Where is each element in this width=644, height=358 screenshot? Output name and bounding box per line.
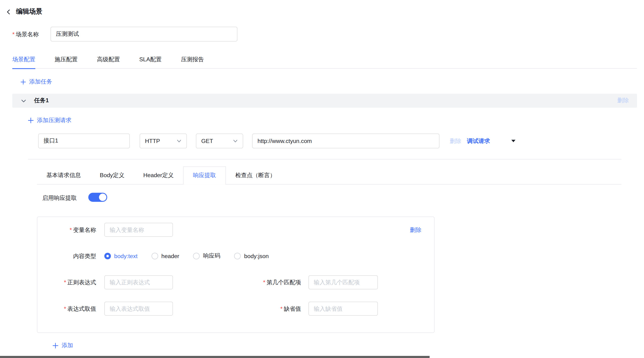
default-value-label-text: 缺省值 — [284, 305, 301, 312]
tab-checkpoint-assertion[interactable]: 检查点（断言） — [226, 166, 285, 184]
content-type-radio-group: body:text header 响应码 body:json — [104, 249, 269, 263]
task-header-bar: 任务1 删除 — [12, 94, 637, 108]
add-request-button[interactable]: 添加压测请求 — [28, 117, 71, 124]
page-header: 编辑场景 — [5, 8, 42, 16]
scale-wrapper: 编辑场景 *场景名称 场景配置 施压配置 高级配置 SLA配置 压测报告 添加任… — [0, 0, 644, 358]
request-delete-button[interactable]: 删除 — [450, 134, 461, 148]
expr-value-label: *表达式取值 — [38, 302, 96, 316]
content-type-label: 内容类型 — [38, 249, 96, 263]
radio-icon — [234, 253, 241, 259]
edit-scenario-page: 编辑场景 *场景名称 场景配置 施压配置 高级配置 SLA配置 压测报告 添加任… — [0, 0, 644, 358]
enable-extraction-label: 启用响应提取 — [42, 193, 77, 202]
radio-body-json[interactable]: body:json — [234, 253, 269, 259]
chevron-down-icon — [233, 139, 238, 143]
caret-down-icon[interactable] — [512, 140, 516, 142]
required-asterisk: * — [280, 305, 283, 312]
request-url-input[interactable] — [252, 134, 440, 148]
required-asterisk: * — [12, 31, 15, 38]
radio-icon — [104, 253, 111, 259]
default-value-label: *缺省值 — [242, 302, 301, 316]
add-extraction-label: 添加 — [62, 342, 73, 349]
tab-body-definition[interactable]: Body定义 — [90, 166, 134, 184]
plus-icon — [20, 79, 26, 85]
tab-header-definition[interactable]: Header定义 — [134, 166, 183, 184]
scenario-name-label: *场景名称 — [12, 27, 39, 42]
tab-test-report[interactable]: 压测报告 — [181, 52, 204, 69]
extraction-delete-button[interactable]: 删除 — [410, 226, 422, 234]
task-delete-button[interactable]: 删除 — [617, 97, 629, 105]
radio-label: body:json — [244, 253, 269, 259]
required-asterisk: * — [70, 226, 72, 233]
scenario-name-label-text: 场景名称 — [16, 31, 39, 38]
expr-value-input[interactable] — [104, 302, 173, 316]
radio-body-text[interactable]: body:text — [104, 253, 138, 259]
protocol-select[interactable]: HTTP — [140, 134, 187, 148]
regex-label: *正则表达式 — [38, 275, 96, 289]
add-request-label: 添加压测请求 — [37, 117, 72, 124]
radio-icon — [152, 253, 158, 259]
extraction-rule-card: 删除 *变量名称 内容类型 body:text header 响应码 body:… — [37, 217, 434, 333]
debug-request-button[interactable]: 调试请求 — [467, 134, 490, 148]
radio-icon — [193, 253, 200, 259]
required-asterisk: * — [64, 279, 66, 286]
radio-header[interactable]: header — [152, 253, 179, 259]
radio-label: header — [161, 253, 179, 259]
plus-icon — [52, 343, 58, 349]
radio-label: 响应码 — [203, 252, 220, 260]
default-value-input[interactable] — [308, 302, 378, 316]
back-button[interactable] — [5, 8, 12, 16]
variable-name-label-text: 变量名称 — [73, 226, 96, 233]
add-task-button[interactable]: 添加任务 — [20, 78, 52, 86]
match-index-label-text: 第几个匹配项 — [266, 279, 301, 286]
protocol-select-value: HTTP — [145, 138, 160, 144]
radio-response-code[interactable]: 响应码 — [193, 252, 220, 260]
request-tab-bar: 基本请求信息 Body定义 Header定义 响应提取 检查点（断言） — [37, 166, 285, 184]
scenario-name-input[interactable] — [50, 27, 237, 42]
method-select[interactable]: GET — [196, 134, 243, 148]
required-asterisk: * — [64, 305, 66, 312]
method-select-value: GET — [201, 138, 213, 144]
variable-name-label: *变量名称 — [38, 223, 96, 237]
horizontal-scrollbar-thumb[interactable] — [0, 356, 430, 358]
regex-input[interactable] — [104, 275, 173, 289]
plus-icon — [28, 118, 34, 123]
tab-scene-config[interactable]: 场景配置 — [12, 52, 35, 69]
expr-value-label-text: 表达式取值 — [67, 305, 96, 312]
tab-sla-config[interactable]: SLA配置 — [139, 52, 162, 69]
add-extraction-button[interactable]: 添加 — [52, 342, 73, 349]
chevron-down-icon — [176, 139, 182, 143]
tab-basic-request-info[interactable]: 基本请求信息 — [37, 166, 90, 184]
enable-extraction-toggle[interactable] — [88, 193, 107, 202]
add-task-label: 添加任务 — [29, 78, 52, 86]
chevron-left-icon — [6, 9, 12, 15]
match-index-input[interactable] — [308, 275, 378, 289]
regex-label-text: 正则表达式 — [67, 279, 96, 286]
radio-label: body:text — [114, 253, 138, 259]
toggle-knob — [99, 193, 106, 201]
task-title: 任务1 — [34, 97, 49, 105]
request-name-input[interactable] — [38, 134, 130, 148]
collapse-chevron-down-icon[interactable] — [21, 98, 26, 103]
required-asterisk: * — [263, 279, 266, 286]
request-divider — [28, 159, 621, 160]
variable-name-input[interactable] — [104, 223, 173, 237]
tab-advanced-config[interactable]: 高级配置 — [97, 52, 120, 69]
main-tab-bar: 场景配置 施压配置 高级配置 SLA配置 压测报告 — [12, 52, 637, 69]
tab-response-extraction[interactable]: 响应提取 — [183, 166, 226, 184]
match-index-label: *第几个匹配项 — [242, 275, 301, 289]
page-title: 编辑场景 — [16, 8, 42, 16]
tab-pressure-config[interactable]: 施压配置 — [55, 52, 78, 69]
